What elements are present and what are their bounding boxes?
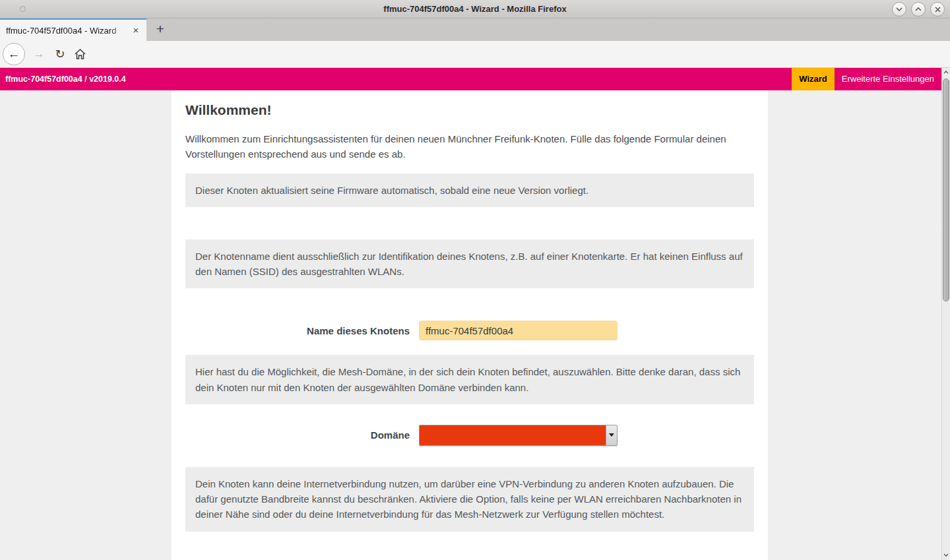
domain-note-box: Hier hast du die Möglichkeit, die Mesh-D… xyxy=(185,355,754,404)
chevron-up-icon xyxy=(915,7,922,11)
forward-button[interactable]: → xyxy=(29,44,49,64)
page-title: Willkommen! xyxy=(185,102,754,118)
node-hostname: ffmuc-704f57df00a4 / v2019.0.4 xyxy=(0,75,792,84)
node-name-row: Name dieses Knotens xyxy=(185,321,754,340)
site-nav: Wizard Erweiterte Einstellungen xyxy=(792,68,941,90)
close-button[interactable] xyxy=(930,2,945,16)
scroll-down-arrow[interactable] xyxy=(942,551,950,560)
reload-button[interactable]: ↻ xyxy=(50,44,70,64)
domain-select-value xyxy=(420,425,606,445)
close-icon xyxy=(935,7,941,13)
vertical-scrollbar[interactable] xyxy=(941,68,950,560)
scroll-up-arrow[interactable] xyxy=(942,68,950,77)
scrollbar-thumb[interactable] xyxy=(943,78,949,301)
tab-close-icon[interactable]: × xyxy=(129,24,142,37)
dropdown-arrow-icon[interactable] xyxy=(606,425,617,445)
new-tab-button[interactable]: + xyxy=(149,20,172,40)
nav-item-advanced-settings[interactable]: Erweiterte Einstellungen xyxy=(835,68,941,90)
page-background: Willkommen! Willkommen zum Einrichtungsa… xyxy=(0,90,941,560)
tab-bar: ffmuc-704f57df00a4 - Wizard × + xyxy=(0,18,950,41)
tab-title: ffmuc-704f57df00a4 - Wizard xyxy=(6,26,129,36)
node-name-label: Name dieses Knotens xyxy=(185,325,410,336)
window-controls xyxy=(892,2,945,16)
meshvpn-note-box: Dein Knoten kann deine Internetverbindun… xyxy=(185,467,754,532)
home-icon xyxy=(75,49,86,59)
domain-select[interactable] xyxy=(419,425,618,446)
window-titlebar: ffmuc-704f57df00a4 - Wizard - Mozilla Fi… xyxy=(0,0,950,18)
domain-label: Domäne xyxy=(185,429,410,441)
tab-wizard[interactable]: ffmuc-704f57df00a4 - Wizard × xyxy=(0,18,146,41)
navigation-toolbar: ← → ↻ 192.168.1.1/cgi-bin/config/wizard … xyxy=(0,41,950,68)
minimize-button[interactable] xyxy=(892,2,906,16)
domain-row: Domäne xyxy=(185,425,754,446)
node-name-input[interactable] xyxy=(419,321,618,340)
nav-item-wizard[interactable]: Wizard xyxy=(792,68,835,90)
window-title: ffmuc-704f57df00a4 - Wizard - Mozilla Fi… xyxy=(0,0,950,18)
maximize-button[interactable] xyxy=(911,2,926,16)
nodename-note-box: Der Knotenname dient ausschließlich zur … xyxy=(185,239,754,289)
back-button[interactable]: ← xyxy=(3,43,25,65)
firmware-note-box: Dieser Knoten aktualisiert seine Firmwar… xyxy=(185,173,754,207)
chevron-down-icon xyxy=(896,7,902,11)
site-header: ffmuc-704f57df00a4 / v2019.0.4 Wizard Er… xyxy=(0,68,941,90)
home-button[interactable] xyxy=(70,44,90,64)
intro-paragraph: Willkommen zum Einrichtungsassistenten f… xyxy=(185,131,754,162)
wizard-content: Willkommen! Willkommen zum Einrichtungsa… xyxy=(172,90,768,560)
